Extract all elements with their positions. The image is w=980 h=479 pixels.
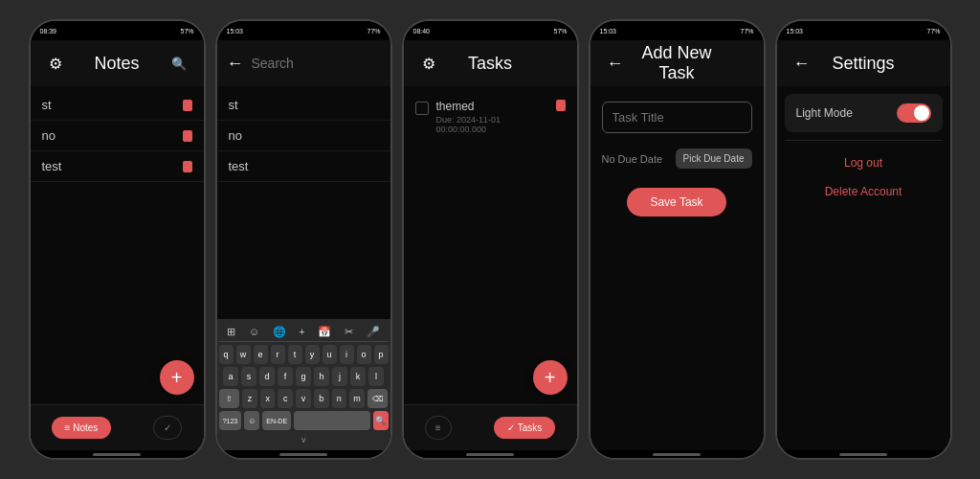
status-time-2: 15:03 [227,28,244,34]
keyboard-toolbar: ⊞ ☺ 🌐 + 📅 ✂ 🎤 [219,323,389,342]
search-key[interactable]: 🔍 [373,411,389,430]
tasks-app-bar: Tasks [404,40,577,86]
kb-tool[interactable]: + [299,326,304,338]
pick-due-date-button[interactable]: Pick Due Date [676,148,752,169]
kb-tool[interactable]: ⊞ [227,326,235,338]
add-task-fab[interactable]: + [533,360,568,395]
list-item[interactable]: st [31,90,204,121]
list-item[interactable]: no [31,121,204,151]
light-mode-label: Light Mode [796,106,853,120]
key-o[interactable]: o [357,345,371,364]
settings-divider [785,140,943,141]
delete-dot[interactable] [183,161,192,172]
search-result-text: st [229,98,238,112]
key-n[interactable]: n [332,389,347,408]
key-i[interactable]: i [340,345,354,364]
delete-account-button[interactable]: Delete Account [785,177,943,206]
task-delete-dot[interactable] [556,100,566,111]
key-l[interactable]: l [368,367,384,386]
light-mode-toggle[interactable] [897,103,931,123]
status-battery-3: 57% [553,28,567,34]
save-task-button[interactable]: Save Task [627,188,725,217]
key-d[interactable]: d [259,367,275,386]
kb-tool[interactable]: 🌐 [273,326,286,338]
keyboard-row-3: ⇧ z x c v b n m ⌫ [219,389,389,408]
key-x[interactable]: x [260,389,276,408]
search-icon[interactable] [166,50,192,77]
lang-key[interactable]: EN-DE [262,411,291,430]
home-indicator [777,450,950,458]
key-v[interactable]: v [296,389,311,408]
add-task-title: Add New Task [629,43,725,83]
log-out-button[interactable]: Log out [785,148,943,177]
settings-title: Settings [815,54,912,74]
key-p[interactable]: p [374,345,389,364]
back-icon[interactable] [789,50,815,77]
kb-tool[interactable]: ✂ [345,326,353,338]
delete-dot[interactable] [183,100,192,111]
note-text: test [42,159,62,173]
kb-tool[interactable]: 🎤 [367,326,380,338]
status-battery-4: 77% [740,28,753,34]
tasks-nav-button[interactable]: ✓ [153,416,182,440]
task-item[interactable]: themed Due: 2024-11-01 00:00:00.000 [404,90,577,144]
key-s[interactable]: s [241,367,256,386]
key-w[interactable]: w [236,345,251,364]
task-checkbox[interactable] [415,102,429,115]
kb-tool[interactable]: 📅 [318,326,331,338]
phone-notes: 08:39 57% Notes st no test + ≡ Notes [29,19,206,460]
key-q[interactable]: q [219,345,234,364]
key-b[interactable]: b [314,389,329,408]
space-key[interactable] [294,411,370,430]
key-g[interactable]: g [296,367,311,386]
key-a[interactable]: a [223,367,238,386]
status-time-3: 08:40 [413,28,431,34]
keyboard-hint: ∨ [219,433,389,446]
note-text: no [42,128,56,143]
key-h[interactable]: h [314,367,329,386]
notes-list: st no test [31,86,204,404]
status-bar-4: 15:03 77% [590,21,764,40]
key-r[interactable]: r [271,345,285,364]
delete-dot[interactable] [183,130,192,142]
key-t[interactable]: t [288,345,302,364]
add-note-fab[interactable]: + [160,360,194,395]
key-m[interactable]: m [349,389,365,408]
backspace-key[interactable]: ⌫ [368,389,389,408]
phone-tasks: 08:40 57% Tasks themed Due: 2024-11-01 0… [402,19,579,460]
key-c[interactable]: c [278,389,293,408]
gear-icon[interactable] [42,50,69,77]
list-item[interactable]: test [217,151,390,182]
shift-key[interactable]: ⇧ [219,389,240,408]
menu-nav-button[interactable]: ≡ [425,416,452,440]
key-f[interactable]: f [278,367,293,386]
notes-nav-button[interactable]: ≡ Notes [52,417,112,439]
notes-bottom-nav: ≡ Notes ✓ [31,404,204,450]
gear-icon[interactable] [415,50,442,77]
numbers-key[interactable]: ?123 [219,411,242,430]
add-task-content: No Due Date Pick Due Date Save Task [590,86,764,450]
task-title-input[interactable] [602,102,752,133]
status-battery-5: 77% [926,28,940,34]
search-result-text: test [229,159,249,173]
list-item[interactable]: st [217,90,390,121]
back-icon[interactable] [602,50,629,77]
tasks-screen: Tasks themed Due: 2024-11-01 00:00:00.00… [404,40,577,450]
key-e[interactable]: e [254,345,268,364]
key-k[interactable]: k [350,367,366,386]
search-input[interactable] [252,56,390,71]
notes-screen: Notes st no test + ≡ Notes ✓ [31,40,204,450]
task-info: themed Due: 2024-11-01 00:00:00.000 [436,100,548,134]
list-item[interactable]: test [31,151,204,182]
search-result-text: no [229,128,242,143]
kb-tool[interactable]: ☺ [249,326,259,338]
emoji-key[interactable]: ☺ [244,411,259,430]
tasks-nav-button[interactable]: ✓ Tasks [494,417,555,439]
key-u[interactable]: u [323,345,337,364]
list-item[interactable]: no [217,121,390,151]
key-z[interactable]: z [242,389,257,408]
key-y[interactable]: y [305,345,320,364]
back-icon[interactable] [227,50,244,77]
settings-content: Light Mode Log out Delete Account [777,86,950,450]
key-j[interactable]: j [332,367,347,386]
